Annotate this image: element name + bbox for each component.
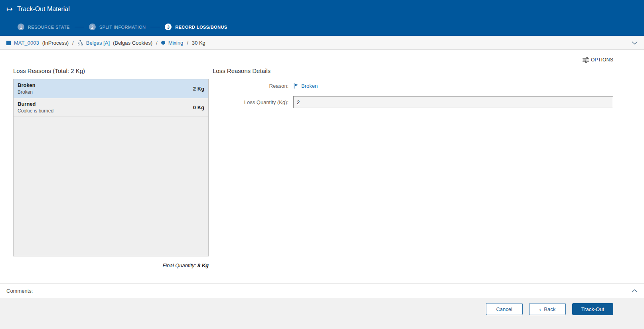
back-button[interactable]: ‹ Back — [529, 303, 566, 315]
step-2-number-badge: 2 — [89, 24, 96, 30]
loss-reason-text: Burned Cookie is burned — [18, 101, 193, 114]
options-icon — [583, 57, 589, 63]
step-1-label: RESOURCE STATE — [28, 25, 70, 30]
loss-reasons-panel: Loss Reasons (Total: 2 Kg) Broken Broken… — [13, 67, 209, 283]
final-quantity-value: 8 Kg — [198, 262, 209, 268]
reason-row: Reason: Broken — [213, 83, 613, 89]
breadcrumb-equipment-desc: (Belgas Cookies) — [113, 40, 152, 46]
step-2-label: SPLIT INFORMATION — [99, 25, 146, 30]
loss-reason-text: Broken Broken — [18, 82, 193, 95]
step-connector — [150, 27, 160, 27]
comments-bar: Comments: — [0, 283, 644, 298]
loss-reasons-list[interactable]: Broken Broken 2 Kg Burned Cookie is burn… — [13, 79, 209, 256]
reason-value-text: Broken — [301, 83, 318, 89]
breadcrumb-material-link[interactable]: MAT_0003 — [14, 40, 39, 46]
breadcrumb-separator: / — [186, 40, 189, 46]
step-resource-state[interactable]: 1 RESOURCE STATE — [18, 24, 70, 30]
loss-reason-description: Cookie is burned — [18, 108, 193, 114]
reason-label: Reason: — [213, 83, 288, 89]
step-1-number-badge: 1 — [18, 24, 24, 30]
loss-reason-name: Burned — [18, 101, 193, 107]
main-content: OPTIONS Loss Reasons (Total: 2 Kg) Broke… — [0, 50, 644, 283]
loss-quantity-input[interactable] — [293, 96, 613, 108]
step-split-information[interactable]: 2 SPLIT INFORMATION — [89, 24, 146, 30]
page-title: Track-Out Material — [17, 6, 70, 13]
material-icon — [6, 41, 11, 45]
track-out-icon: ↦ — [6, 5, 13, 13]
loss-reason-details-title: Loss Reasons Details — [213, 67, 613, 74]
loss-quantity-label: Loss Quantity (Kg): — [213, 99, 288, 105]
track-out-button-label: Track-Out — [581, 306, 604, 312]
loss-reason-quantity: 2 Kg — [193, 86, 204, 92]
breadcrumb-separator: / — [156, 40, 158, 46]
breadcrumb: MAT_0003 (InProcess) / Belgas [A] (Belga… — [0, 36, 644, 50]
breadcrumb-separator: / — [72, 40, 74, 46]
track-out-button[interactable]: Track-Out — [572, 303, 613, 315]
content-columns: Loss Reasons (Total: 2 Kg) Broken Broken… — [13, 67, 613, 283]
step-3-number-badge: 3 — [165, 24, 172, 30]
cancel-button-label: Cancel — [496, 306, 512, 312]
breadcrumb-material-state: (InProcess) — [42, 40, 69, 46]
options-row: OPTIONS — [13, 57, 613, 63]
loss-quantity-row: Loss Quantity (Kg): — [213, 96, 613, 108]
loss-reason-name: Broken — [18, 82, 193, 88]
breadcrumb-quantity: 30 Kg — [192, 40, 205, 46]
wizard-steps: 1 RESOURCE STATE 2 SPLIT INFORMATION 3 R… — [0, 18, 644, 36]
loss-reason-row-broken[interactable]: Broken Broken 2 Kg — [14, 79, 208, 98]
reason-value: Broken — [293, 83, 318, 89]
breadcrumb-operation-link[interactable]: Mixing — [168, 40, 184, 46]
footer-action-bar: Cancel ‹ Back Track-Out — [0, 298, 644, 329]
back-button-label: Back — [544, 306, 555, 312]
flag-icon — [293, 83, 299, 89]
final-quantity-label: Final Quantity: — [162, 262, 196, 268]
loss-reason-description: Broken — [18, 89, 193, 95]
chevron-left-icon: ‹ — [539, 306, 541, 312]
options-label: OPTIONS — [591, 57, 613, 63]
step-connector — [75, 27, 84, 27]
title-bar: ↦ Track-Out Material — [0, 0, 644, 18]
loss-reasons-title: Loss Reasons (Total: 2 Kg) — [13, 67, 209, 74]
operation-icon — [161, 41, 165, 45]
loss-reason-row-burned[interactable]: Burned Cookie is burned 0 Kg — [14, 98, 208, 117]
loss-reason-quantity: 0 Kg — [193, 104, 204, 110]
split-icon — [77, 40, 83, 45]
step-3-label: RECORD LOSS/BONUS — [175, 25, 227, 30]
final-quantity: Final Quantity: 8 Kg — [13, 262, 209, 268]
loss-reason-details-panel: Loss Reasons Details Reason: Broken Loss… — [213, 67, 613, 283]
breadcrumb-equipment-link[interactable]: Belgas [A] — [86, 40, 110, 46]
cancel-button[interactable]: Cancel — [486, 303, 523, 315]
comments-collapse-button[interactable] — [632, 289, 638, 293]
comments-label: Comments: — [6, 288, 33, 294]
breadcrumb-expand-button[interactable] — [632, 41, 638, 45]
step-record-loss-bonus[interactable]: 3 RECORD LOSS/BONUS — [165, 24, 227, 30]
options-button[interactable]: OPTIONS — [583, 57, 613, 63]
